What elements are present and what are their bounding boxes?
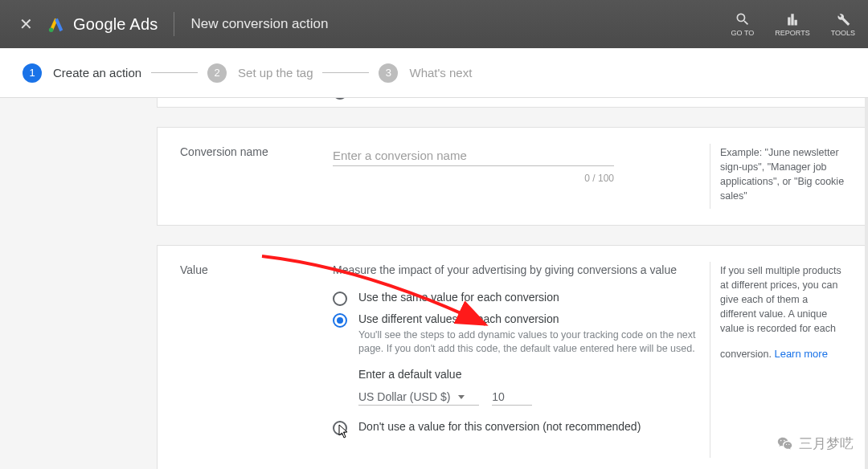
step-2-label: Set up the tag [238,66,313,80]
currency-select[interactable]: US Dollar (USD $) [358,389,479,406]
header-actions: GO TO REPORTS TOOLS [731,11,855,37]
reports-button[interactable]: REPORTS [775,11,809,37]
value-subtitle: Measure the impact of your advertising b… [333,263,704,276]
wechat-icon [776,435,794,453]
default-value-block: Enter a default value US Dollar (USD $) [358,368,704,406]
reports-label: REPORTS [775,29,809,37]
watermark: 三月梦呓 [776,434,854,453]
conversion-name-panel: Conversion name 0 / 100 Example: "June n… [157,127,868,226]
google-ads-logo-icon [47,15,65,33]
conversion-name-body: 0 / 100 [333,145,704,204]
brand-text: Google Ads [73,15,158,34]
step-3-label: What's next [409,66,472,80]
step-2-badge: 2 [207,63,227,83]
panel-label-empty [180,98,333,99]
default-value-input[interactable] [492,389,532,406]
tools-button[interactable]: TOOLS [831,11,855,37]
form-canvas: Other Conversion name 0 / 100 Example: "… [0,98,868,469]
step-3[interactable]: 3 What's next [379,63,472,83]
learn-more-link[interactable]: Learn more [774,347,827,362]
panel-body: Other [333,98,845,99]
radio-diff-label: Use different values for each conversion [358,312,704,325]
step-1[interactable]: 1 Create an action [23,63,141,83]
wrench-icon [835,11,851,27]
radio-other[interactable] [333,98,347,100]
value-help-text: If you sell multiple products at differe… [720,265,841,361]
step-1-badge: 1 [23,63,42,83]
value-help: If you sell multiple products at differe… [704,263,845,442]
help-divider [710,262,710,458]
radio-same-row[interactable]: Use the same value for each conversion [333,291,704,306]
radio-other-row[interactable]: Other [333,98,845,100]
app-header: ✕ Google Ads New conversion action GO TO… [0,0,868,48]
radio-diff-row[interactable]: Use different values for each conversion… [333,312,704,357]
chevron-down-icon [458,395,465,399]
page-title: New conversion action [190,16,328,32]
brand-block: Google Ads [47,15,158,34]
default-value-title: Enter a default value [358,368,704,381]
watermark-text: 三月梦呓 [799,434,854,453]
bar-chart-icon [784,11,800,27]
value-panel: Value Measure the impact of your adverti… [157,245,868,470]
step-connector [322,72,369,73]
currency-row: US Dollar (USD $) [358,389,704,406]
svg-point-0 [49,28,54,33]
radio-same-label: Use the same value for each conversion [358,291,559,304]
value-section-label: Value [180,263,333,442]
step-3-badge: 3 [379,63,398,83]
conversion-name-counter: 0 / 100 [333,173,614,184]
radio-none[interactable] [333,421,347,435]
help-divider [710,144,710,209]
goto-label: GO TO [731,29,755,37]
radio-diff-sublabel: You'll see the steps to add dynamic valu… [358,328,704,357]
conversion-name-help: Example: "June newsletter sign-ups", "Ma… [704,145,845,204]
cursor-icon [338,424,351,438]
step-1-label: Create an action [53,66,141,80]
radio-same[interactable] [333,292,347,306]
stepper: 1 Create an action 2 Set up the tag 3 Wh… [0,48,868,98]
close-icon[interactable]: ✕ [13,14,39,34]
category-panel-partial: Other [157,98,868,108]
radio-none-label: Don't use a value for this conversion (n… [358,420,641,433]
conversion-name-section-label: Conversion name [180,145,333,204]
currency-select-value: US Dollar (USD $) [358,390,450,403]
radio-none-row[interactable]: Don't use a value for this conversion (n… [333,420,704,435]
tools-label: TOOLS [831,29,855,37]
step-connector [151,72,198,73]
radio-diff[interactable] [333,313,347,328]
conversion-name-input[interactable] [333,145,614,166]
search-icon [735,11,751,27]
value-body: Measure the impact of your advertising b… [333,263,704,442]
header-divider [174,12,174,36]
step-2[interactable]: 2 Set up the tag [207,63,313,83]
goto-button[interactable]: GO TO [731,11,755,37]
